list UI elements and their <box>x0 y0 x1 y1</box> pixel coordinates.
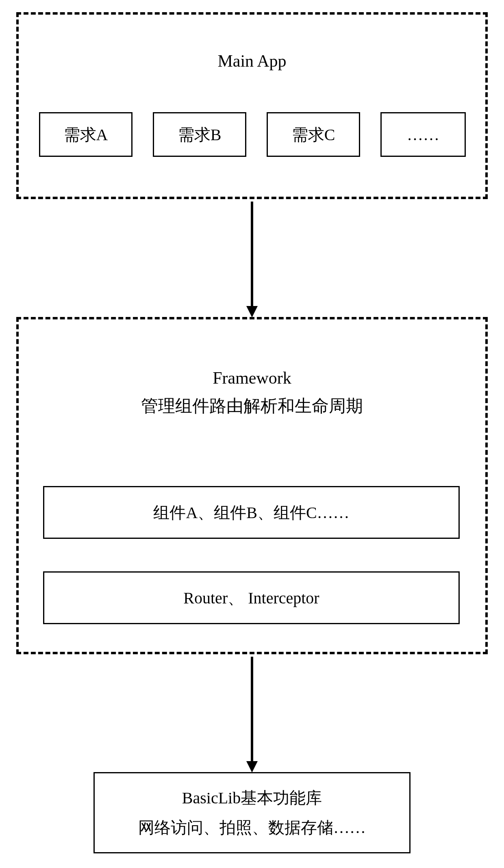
basiclib-line-1: BasicLib基本功能库 <box>182 787 322 809</box>
requirement-a-label: 需求A <box>64 124 108 146</box>
arrow-2-head <box>246 761 258 773</box>
requirement-c-label: 需求C <box>292 124 335 146</box>
framework-container: Framework 管理组件路由解析和生命周期 组件A、组件B、组件C…… Ro… <box>16 317 488 654</box>
requirement-a-box: 需求A <box>39 112 133 157</box>
main-app-container: Main App 需求A 需求B 需求C …… <box>16 12 488 199</box>
basiclib-line-2: 网络访问、拍照、数据存储…… <box>138 816 366 839</box>
requirement-b-box: 需求B <box>153 112 246 157</box>
requirement-c-box: 需求C <box>267 112 360 157</box>
basiclib-box: BasicLib基本功能库 网络访问、拍照、数据存储…… <box>93 772 411 853</box>
router-box: Router、 Interceptor <box>43 571 460 624</box>
components-box: 组件A、组件B、组件C…… <box>43 486 460 539</box>
arrow-2-line <box>251 657 253 762</box>
framework-title-2: 管理组件路由解析和生命周期 <box>19 395 485 417</box>
router-label: Router、 Interceptor <box>183 587 319 609</box>
requirement-more-box: …… <box>380 112 466 157</box>
components-label: 组件A、组件B、组件C…… <box>153 501 349 524</box>
arrow-1-head <box>246 306 258 317</box>
framework-title-1: Framework <box>19 368 485 388</box>
requirement-more-label: …… <box>407 125 439 144</box>
arrow-1-line <box>251 202 253 307</box>
main-app-title: Main App <box>19 51 485 71</box>
requirement-b-label: 需求B <box>178 124 222 146</box>
